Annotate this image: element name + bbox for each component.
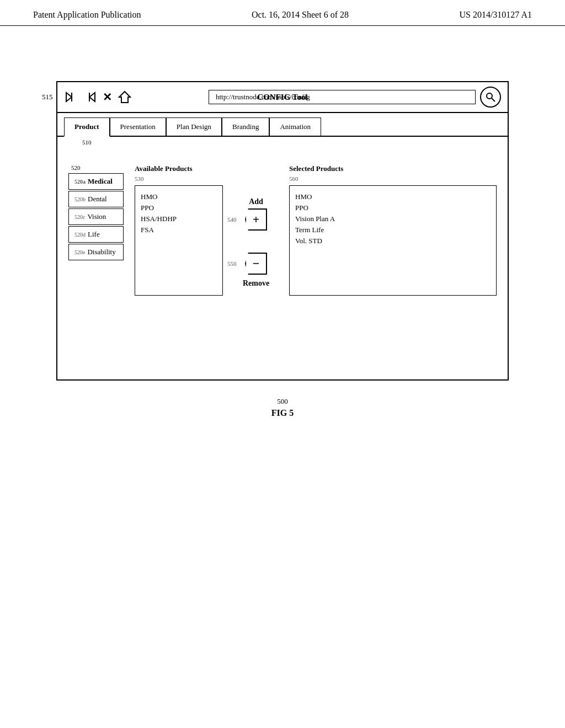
add-button-container: Add 540 + (245, 197, 267, 231)
selected-item-vol-std[interactable]: Vol. STD (295, 235, 491, 247)
selected-products-box: HMO PPO Vision Plan A Term Life Vol. STD (289, 185, 497, 296)
add-button[interactable]: + (245, 208, 267, 231)
browser-toolbar: 515 (57, 82, 508, 113)
category-item-vision[interactable]: 520c Vision (68, 208, 124, 225)
remove-number-label: 550 (227, 260, 237, 267)
cat-label-520e: 520e (74, 249, 85, 255)
category-item-dental[interactable]: 520b Dental (68, 191, 124, 207)
available-panel: Available Products 530 HMO PPO HSA/HDHP … (135, 164, 223, 296)
add-number-label: 540 (227, 216, 237, 223)
tab-plan-design[interactable]: Plan Design (166, 117, 222, 136)
cat-label-520d: 520d (74, 232, 86, 238)
add-label: Add (249, 197, 263, 206)
available-products-title: Available Products (135, 164, 223, 173)
add-symbol: + (253, 212, 260, 227)
header-center: Oct. 16, 2014 Sheet 6 of 28 (252, 10, 349, 20)
tab-product-label: Product (74, 122, 99, 131)
home-icon[interactable] (117, 89, 132, 105)
cat-label-520a: 520a (74, 179, 86, 185)
main-content: 515 (0, 26, 565, 440)
panels-container: 520 520a Medical 520b Dental 520c Vision (68, 164, 497, 296)
selected-item-term-life[interactable]: Term Life (295, 224, 491, 235)
close-icon[interactable]: ✕ (99, 89, 115, 105)
category-medical-label: Medical (88, 177, 113, 186)
available-products-box: HMO PPO HSA/HDHP FSA (135, 185, 223, 296)
tab-presentation[interactable]: Presentation (110, 117, 166, 136)
svg-point-5 (487, 93, 492, 99)
selected-item-hmo[interactable]: HMO (295, 191, 491, 202)
category-vision-label: Vision (87, 212, 106, 221)
browser-content: 520 520a Medical 520b Dental 520c Vision (57, 137, 508, 379)
category-life-label: Life (88, 230, 100, 239)
available-item-hmo[interactable]: HMO (141, 191, 217, 202)
category-item-disability[interactable]: 520e Disability (68, 244, 124, 260)
add-remove-area: Add 540 + 550 (234, 164, 278, 288)
remove-symbol: − (253, 256, 260, 271)
tab-animation-label: Animation (280, 122, 311, 131)
selected-panel: Selected Products 560 HMO PPO Vision Pla… (289, 164, 497, 296)
selected-item-ppo[interactable]: PPO (295, 202, 491, 213)
tab-presentation-label: Presentation (120, 122, 156, 131)
category-item-life[interactable]: 520d Life (68, 226, 124, 243)
tab-product[interactable]: Product 510 (64, 117, 110, 137)
search-button[interactable] (480, 87, 501, 108)
available-item-fsa[interactable]: FSA (141, 224, 217, 235)
tab-branding-label: Branding (232, 122, 259, 131)
tab-plan-design-label: Plan Design (177, 122, 211, 131)
category-disability-label: Disability (87, 248, 115, 256)
svg-marker-2 (89, 93, 95, 101)
header-right: US 2014/310127 A1 (459, 10, 532, 20)
available-item-hsa[interactable]: HSA/HDHP (141, 213, 217, 224)
category-item-medical[interactable]: 520a Medical (68, 173, 124, 190)
svg-line-6 (492, 98, 495, 101)
selected-products-label: 560 (289, 175, 497, 182)
label-515: 515 (42, 93, 53, 101)
cat-label-520b: 520b (74, 196, 86, 202)
svg-marker-4 (119, 92, 130, 103)
figure-container: 515 (56, 81, 509, 418)
figure-title: FIG 5 (56, 408, 509, 418)
selected-item-vision-plan-a[interactable]: Vision Plan A (295, 213, 491, 224)
available-item-ppo[interactable]: PPO (141, 202, 217, 213)
category-dental-label: Dental (88, 195, 107, 204)
browser-nav: ✕ (64, 89, 132, 105)
forward-icon[interactable] (64, 89, 79, 105)
figure-number: 500 (56, 397, 509, 406)
tabs-row: Product 510 Presentation Plan Design Bra… (57, 117, 508, 137)
remove-label: Remove (243, 279, 269, 288)
header-left: Patent Application Publication (33, 10, 141, 20)
fig-caption-area: 500 FIG 5 (56, 397, 509, 418)
selected-products-title: Selected Products (289, 164, 497, 173)
tab-animation[interactable]: Animation (269, 117, 321, 136)
category-sidebar: 520 520a Medical 520b Dental 520c Vision (68, 164, 124, 261)
browser-title: CONFIG Tool (227, 93, 338, 102)
back-icon[interactable] (82, 89, 97, 105)
remove-button[interactable]: − (245, 253, 267, 275)
svg-marker-0 (66, 93, 72, 101)
page-header: Patent Application Publication Oct. 16, … (0, 0, 565, 26)
available-products-label: 530 (135, 175, 223, 182)
label-520: 520 (71, 164, 124, 171)
remove-button-container: 550 − Remove (243, 253, 269, 288)
cat-label-520c: 520c (74, 214, 85, 220)
tab-label-510: 510 (82, 139, 92, 146)
browser-mockup: 515 (56, 81, 509, 381)
browser-nav-wrapper: 515 (64, 89, 137, 105)
tab-branding[interactable]: Branding (222, 117, 269, 136)
